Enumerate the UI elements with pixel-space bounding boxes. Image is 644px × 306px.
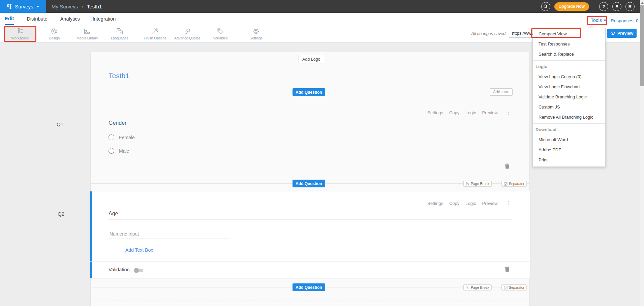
proprofs-logo-icon: P bbox=[7, 3, 12, 10]
magic-wand-icon bbox=[151, 28, 159, 35]
scrollbar-thumb[interactable] bbox=[640, 5, 644, 86]
survey-title[interactable]: Testb1 bbox=[109, 72, 129, 80]
breadcrumb: My Surveys › Testb1 bbox=[52, 4, 102, 9]
save-status-text: All changes saved bbox=[438, 31, 505, 36]
media-library-icon bbox=[84, 28, 91, 35]
more-options-icon[interactable]: ⋮ bbox=[506, 110, 511, 116]
section-tabs: Edit Distribute Analytics Integration bbox=[5, 13, 116, 25]
delete-question-button-q2[interactable] bbox=[504, 266, 510, 272]
add-intro-button[interactable]: Add Intro bbox=[490, 88, 513, 96]
help-button[interactable]: ? bbox=[599, 2, 608, 11]
menu-item-view-logic-flowchart[interactable]: View Logic Flowchart bbox=[533, 82, 605, 92]
menu-item-view-logic-criteria[interactable]: View Logic Criteria (0) bbox=[533, 72, 605, 82]
question-title-gender[interactable]: Gender bbox=[109, 120, 126, 126]
toolbar-item-workspace[interactable]: Workspace bbox=[4, 26, 36, 42]
answer-option-row: Male bbox=[109, 148, 129, 154]
tab-integration[interactable]: Integration bbox=[93, 13, 116, 25]
tab-analytics[interactable]: Analytics bbox=[60, 13, 80, 25]
numeric-input-field[interactable]: Numeric Input bbox=[110, 231, 139, 237]
toolbar-item-design[interactable]: Design bbox=[39, 26, 69, 41]
menu-divider bbox=[533, 123, 605, 124]
page-break-label: Page Break bbox=[471, 285, 489, 289]
menu-item-adobe-pdf[interactable]: Adobe PDF bbox=[533, 145, 605, 155]
separator-label: Separator bbox=[509, 285, 524, 289]
add-question-button-1[interactable]: Add Question bbox=[293, 88, 325, 96]
breadcrumb-my-surveys[interactable]: My Surveys bbox=[52, 4, 78, 9]
tools-label: Tools bbox=[591, 18, 602, 23]
top-header-bar: P Surveys My Surveys › Testb1 Upgrade No… bbox=[0, 0, 640, 13]
delete-question-button-q1[interactable] bbox=[504, 163, 510, 169]
menu-item-microsoft-word[interactable]: Microsoft Word bbox=[533, 135, 605, 145]
toolbar-item-languages[interactable]: 文A Languages bbox=[104, 26, 135, 41]
question-preview-link[interactable]: Preview bbox=[482, 110, 497, 115]
page-break-button-1[interactable]: Page Break bbox=[463, 181, 492, 187]
menu-item-validate-branching-logic[interactable]: Validate Branching Logic bbox=[533, 92, 605, 102]
search-button[interactable] bbox=[541, 2, 550, 11]
separator-label: Separator bbox=[509, 182, 524, 186]
toolbar-item-finish-options[interactable]: Finish Options bbox=[140, 26, 170, 41]
toolbar-item-advance-quotas[interactable]: Advance Quotas bbox=[172, 26, 203, 41]
add-question-button-2[interactable]: Add Question bbox=[293, 180, 325, 187]
scroll-up-arrow-icon[interactable] bbox=[641, 2, 644, 4]
radio-label-male[interactable]: Male bbox=[119, 148, 129, 154]
add-text-box-link[interactable]: Add Text Box bbox=[125, 247, 153, 253]
tab-distribute[interactable]: Distribute bbox=[27, 13, 47, 25]
toolbar-item-label: Languages bbox=[111, 36, 128, 40]
notifications-button[interactable] bbox=[612, 2, 621, 11]
design-palette-icon bbox=[51, 28, 58, 35]
question-actions-q2: Settings Copy Logic Preview ⋮ bbox=[427, 200, 511, 206]
chevron-down-icon bbox=[604, 20, 606, 21]
validation-toggle[interactable] bbox=[134, 269, 143, 272]
responses-count[interactable]: Responses: 0 bbox=[611, 18, 639, 23]
toolbar-item-label: Media Library bbox=[76, 36, 98, 40]
menu-item-custom-js[interactable]: Custom JS bbox=[533, 102, 605, 112]
svg-text:A: A bbox=[120, 31, 122, 34]
question-preview-link[interactable]: Preview bbox=[482, 201, 497, 206]
breadcrumb-separator-icon: › bbox=[82, 4, 83, 9]
toolbar-item-media-library[interactable]: Media Library bbox=[72, 26, 102, 41]
add-logo-button[interactable]: Add Logo bbox=[299, 55, 324, 63]
question-copy-link[interactable]: Copy bbox=[449, 201, 459, 206]
toolbar-item-label: Settings bbox=[250, 36, 263, 40]
toolbar-item-settings[interactable]: Settings bbox=[241, 26, 271, 41]
radio-button-female[interactable] bbox=[109, 134, 114, 140]
question-settings-link[interactable]: Settings bbox=[427, 201, 443, 206]
menu-item-test-responses[interactable]: Test Responses bbox=[533, 39, 605, 49]
avatar[interactable]: R bbox=[625, 2, 635, 11]
menu-item-print[interactable]: Print bbox=[533, 155, 605, 165]
question-copy-link[interactable]: Copy bbox=[449, 110, 459, 115]
radio-button-male[interactable] bbox=[109, 148, 114, 154]
separator-button-2[interactable]: Separator bbox=[501, 284, 527, 290]
upgrade-now-button[interactable]: Upgrade Now bbox=[554, 2, 589, 11]
menu-item-compact-view[interactable]: Compact View bbox=[533, 29, 605, 39]
toolbar-item-variables[interactable]: Variables bbox=[205, 26, 236, 41]
field-divider bbox=[90, 261, 530, 262]
menu-divider bbox=[533, 60, 605, 61]
question-number-q2: Q2 bbox=[58, 211, 64, 217]
menu-header-download: Download bbox=[533, 125, 605, 135]
toggle-knob bbox=[134, 268, 139, 273]
more-options-icon[interactable]: ⋮ bbox=[506, 200, 511, 206]
languages-icon: 文A bbox=[116, 28, 123, 35]
radio-label-female[interactable]: Female bbox=[119, 135, 135, 140]
menu-item-search-replace[interactable]: Search & Replace bbox=[533, 49, 605, 59]
tab-edit[interactable]: Edit bbox=[5, 13, 14, 25]
toolbar-item-label: Advance Quotas bbox=[174, 36, 201, 40]
tools-dropdown-button[interactable]: Tools bbox=[591, 18, 606, 23]
question-settings-link[interactable]: Settings bbox=[427, 110, 443, 115]
add-question-button-3[interactable]: Add Question bbox=[293, 283, 325, 291]
preview-button[interactable]: Preview bbox=[607, 29, 637, 38]
question-logic-link[interactable]: Logic bbox=[465, 110, 476, 115]
question-logic-link[interactable]: Logic bbox=[465, 201, 476, 206]
question-title-age[interactable]: Age bbox=[109, 211, 118, 217]
page-break-button-2[interactable]: Page Break bbox=[463, 284, 492, 290]
bell-icon bbox=[615, 4, 619, 9]
menu-header-logic: Logic bbox=[533, 62, 605, 72]
toolbar-item-label: Variables bbox=[213, 36, 228, 40]
vertical-scrollbar[interactable] bbox=[640, 0, 644, 306]
menu-item-remove-all-branching-logic[interactable]: Remove All Branching Logic bbox=[533, 112, 605, 122]
surveys-product-menu[interactable]: P Surveys bbox=[0, 0, 46, 13]
section-nav-bar: Edit Distribute Analytics Integration bbox=[0, 13, 640, 25]
page-break-label: Page Break bbox=[471, 182, 489, 186]
separator-button-1[interactable]: Separator bbox=[501, 181, 527, 187]
